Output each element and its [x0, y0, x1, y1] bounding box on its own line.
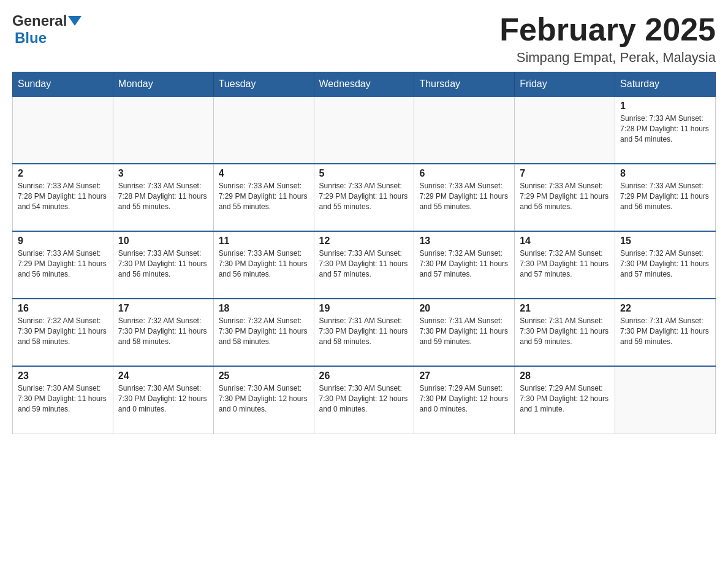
calendar-day: 24Sunrise: 7:30 AM Sunset: 7:30 PM Dayli… [113, 366, 213, 434]
calendar-table: Sunday Monday Tuesday Wednesday Thursday… [12, 72, 716, 434]
header-wednesday: Wednesday [314, 72, 414, 97]
day-info: Sunrise: 7:33 AM Sunset: 7:29 PM Dayligh… [419, 181, 509, 212]
calendar-day: 10Sunrise: 7:33 AM Sunset: 7:30 PM Dayli… [113, 231, 213, 299]
day-info: Sunrise: 7:33 AM Sunset: 7:29 PM Dayligh… [520, 181, 610, 212]
day-number: 1 [620, 101, 710, 112]
calendar-day [13, 96, 113, 164]
day-info: Sunrise: 7:31 AM Sunset: 7:30 PM Dayligh… [620, 316, 710, 347]
day-number: 12 [319, 236, 409, 247]
calendar-day: 22Sunrise: 7:31 AM Sunset: 7:30 PM Dayli… [615, 299, 716, 366]
day-info: Sunrise: 7:33 AM Sunset: 7:28 PM Dayligh… [118, 181, 208, 212]
day-number: 15 [620, 236, 710, 247]
day-info: Sunrise: 7:33 AM Sunset: 7:28 PM Dayligh… [18, 181, 108, 212]
header-saturday: Saturday [615, 72, 716, 97]
day-info: Sunrise: 7:29 AM Sunset: 7:30 PM Dayligh… [419, 383, 509, 414]
day-info: Sunrise: 7:33 AM Sunset: 7:29 PM Dayligh… [18, 248, 108, 279]
day-number: 6 [419, 168, 509, 179]
logo: General Blue [12, 12, 82, 47]
day-number: 23 [18, 370, 108, 381]
calendar-day: 3Sunrise: 7:33 AM Sunset: 7:28 PM Daylig… [113, 164, 213, 231]
day-info: Sunrise: 7:32 AM Sunset: 7:30 PM Dayligh… [118, 316, 208, 347]
calendar-day: 21Sunrise: 7:31 AM Sunset: 7:30 PM Dayli… [515, 299, 615, 366]
header-thursday: Thursday [414, 72, 515, 97]
calendar-day: 11Sunrise: 7:33 AM Sunset: 7:30 PM Dayli… [213, 231, 314, 299]
day-number: 11 [219, 236, 309, 247]
calendar-week-row: 23Sunrise: 7:30 AM Sunset: 7:30 PM Dayli… [13, 366, 716, 434]
calendar-day: 12Sunrise: 7:33 AM Sunset: 7:30 PM Dayli… [314, 231, 414, 299]
day-info: Sunrise: 7:33 AM Sunset: 7:29 PM Dayligh… [219, 181, 309, 212]
calendar-week-row: 9Sunrise: 7:33 AM Sunset: 7:29 PM Daylig… [13, 231, 716, 299]
header-sunday: Sunday [13, 72, 113, 97]
calendar-day: 23Sunrise: 7:30 AM Sunset: 7:30 PM Dayli… [13, 366, 113, 434]
logo-blue-text: Blue [15, 29, 47, 47]
logo-triangle-icon [68, 13, 82, 27]
calendar-day: 9Sunrise: 7:33 AM Sunset: 7:29 PM Daylig… [13, 231, 113, 299]
day-info: Sunrise: 7:32 AM Sunset: 7:30 PM Dayligh… [520, 248, 610, 279]
day-number: 9 [18, 236, 108, 247]
calendar-day: 5Sunrise: 7:33 AM Sunset: 7:29 PM Daylig… [314, 164, 414, 231]
logo-general-text: General [12, 12, 67, 29]
calendar-day: 20Sunrise: 7:31 AM Sunset: 7:30 PM Dayli… [414, 299, 515, 366]
calendar-day [314, 96, 414, 164]
day-info: Sunrise: 7:30 AM Sunset: 7:30 PM Dayligh… [118, 383, 208, 414]
day-number: 27 [419, 370, 509, 381]
day-number: 28 [520, 370, 610, 381]
day-info: Sunrise: 7:33 AM Sunset: 7:30 PM Dayligh… [219, 248, 309, 279]
day-number: 17 [118, 303, 208, 314]
day-number: 22 [620, 303, 710, 314]
calendar-week-row: 1Sunrise: 7:33 AM Sunset: 7:28 PM Daylig… [13, 96, 716, 164]
day-number: 8 [620, 168, 710, 179]
calendar-header-row: Sunday Monday Tuesday Wednesday Thursday… [13, 72, 716, 97]
day-info: Sunrise: 7:29 AM Sunset: 7:30 PM Dayligh… [520, 383, 610, 414]
location-subtitle: Simpang Empat, Perak, Malaysia [499, 50, 716, 66]
calendar-day: 1Sunrise: 7:33 AM Sunset: 7:28 PM Daylig… [615, 96, 716, 164]
day-info: Sunrise: 7:30 AM Sunset: 7:30 PM Dayligh… [219, 383, 309, 414]
day-number: 10 [118, 236, 208, 247]
day-info: Sunrise: 7:32 AM Sunset: 7:30 PM Dayligh… [620, 248, 710, 279]
calendar-day: 18Sunrise: 7:32 AM Sunset: 7:30 PM Dayli… [213, 299, 314, 366]
calendar-day: 4Sunrise: 7:33 AM Sunset: 7:29 PM Daylig… [213, 164, 314, 231]
calendar-day: 25Sunrise: 7:30 AM Sunset: 7:30 PM Dayli… [213, 366, 314, 434]
day-number: 7 [520, 168, 610, 179]
day-info: Sunrise: 7:33 AM Sunset: 7:30 PM Dayligh… [319, 248, 409, 279]
svg-marker-0 [68, 16, 82, 26]
day-number: 16 [18, 303, 108, 314]
day-number: 25 [219, 370, 309, 381]
calendar-day: 26Sunrise: 7:30 AM Sunset: 7:30 PM Dayli… [314, 366, 414, 434]
day-info: Sunrise: 7:33 AM Sunset: 7:28 PM Dayligh… [620, 113, 710, 144]
day-number: 13 [419, 236, 509, 247]
calendar-day: 17Sunrise: 7:32 AM Sunset: 7:30 PM Dayli… [113, 299, 213, 366]
calendar-day [113, 96, 213, 164]
calendar-day: 13Sunrise: 7:32 AM Sunset: 7:30 PM Dayli… [414, 231, 515, 299]
calendar-day: 19Sunrise: 7:31 AM Sunset: 7:30 PM Dayli… [314, 299, 414, 366]
day-info: Sunrise: 7:33 AM Sunset: 7:29 PM Dayligh… [319, 181, 409, 212]
day-number: 4 [219, 168, 309, 179]
title-section: February 2025 Simpang Empat, Perak, Mala… [499, 12, 716, 66]
calendar-day: 15Sunrise: 7:32 AM Sunset: 7:30 PM Dayli… [615, 231, 716, 299]
day-info: Sunrise: 7:33 AM Sunset: 7:29 PM Dayligh… [620, 181, 710, 212]
day-number: 18 [219, 303, 309, 314]
day-number: 3 [118, 168, 208, 179]
day-number: 21 [520, 303, 610, 314]
calendar-day: 27Sunrise: 7:29 AM Sunset: 7:30 PM Dayli… [414, 366, 515, 434]
month-year-title: February 2025 [499, 12, 716, 47]
day-number: 2 [18, 168, 108, 179]
calendar-day [213, 96, 314, 164]
day-info: Sunrise: 7:30 AM Sunset: 7:30 PM Dayligh… [319, 383, 409, 414]
day-info: Sunrise: 7:33 AM Sunset: 7:30 PM Dayligh… [118, 248, 208, 279]
calendar-day: 16Sunrise: 7:32 AM Sunset: 7:30 PM Dayli… [13, 299, 113, 366]
day-number: 20 [419, 303, 509, 314]
day-info: Sunrise: 7:32 AM Sunset: 7:30 PM Dayligh… [419, 248, 509, 279]
day-info: Sunrise: 7:32 AM Sunset: 7:30 PM Dayligh… [18, 316, 108, 347]
calendar-day: 6Sunrise: 7:33 AM Sunset: 7:29 PM Daylig… [414, 164, 515, 231]
calendar-day [615, 366, 716, 434]
day-info: Sunrise: 7:31 AM Sunset: 7:30 PM Dayligh… [419, 316, 509, 347]
day-number: 19 [319, 303, 409, 314]
page-header: General Blue February 2025 Simpang Empat… [12, 12, 716, 66]
day-info: Sunrise: 7:31 AM Sunset: 7:30 PM Dayligh… [520, 316, 610, 347]
day-info: Sunrise: 7:30 AM Sunset: 7:30 PM Dayligh… [18, 383, 108, 414]
calendar-day [515, 96, 615, 164]
calendar-week-row: 2Sunrise: 7:33 AM Sunset: 7:28 PM Daylig… [13, 164, 716, 231]
calendar-day: 28Sunrise: 7:29 AM Sunset: 7:30 PM Dayli… [515, 366, 615, 434]
calendar-day: 7Sunrise: 7:33 AM Sunset: 7:29 PM Daylig… [515, 164, 615, 231]
